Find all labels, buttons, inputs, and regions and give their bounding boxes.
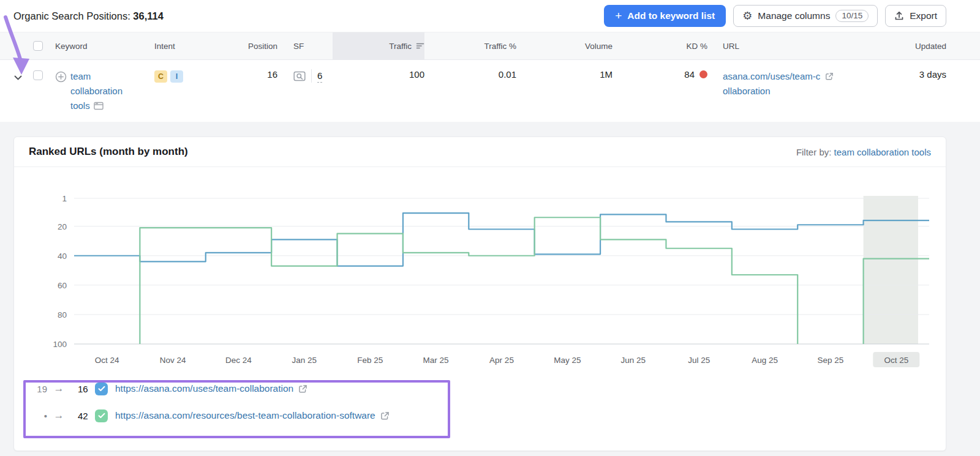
add-to-keyword-list-button[interactable]: + Add to keyword list [604, 5, 726, 27]
ranked-urls-panel: Ranked URLs (month by month) Filter by: … [13, 136, 946, 451]
svg-text:Jun 25: Jun 25 [620, 356, 646, 365]
sort-descending-icon [416, 42, 424, 50]
svg-text:40: 40 [58, 252, 67, 261]
row-url-line2: ollaboration [723, 86, 771, 96]
snippet-icon[interactable] [94, 102, 104, 110]
series-checkbox-green[interactable] [95, 409, 108, 422]
chart-legend: 19 → 16 https://asana.com/uses/team-coll… [14, 373, 946, 429]
updated-cell: 3 days [879, 69, 946, 80]
row-url-link[interactable]: asana.com/uses/team-c [723, 71, 820, 81]
svg-text:Mar 25: Mar 25 [423, 356, 449, 365]
page: Organic Search Positions: 36,114 + Add t… [0, 0, 980, 456]
arrow-right-icon: → [47, 383, 70, 395]
kd-cell: 84 [612, 69, 707, 80]
external-link-icon[interactable] [298, 384, 307, 394]
legend-url-link[interactable]: https://asana.com/resources/best-team-co… [115, 410, 375, 421]
column-header-url[interactable]: URL [707, 42, 879, 51]
expander-cell [13, 69, 29, 81]
check-icon [98, 386, 105, 392]
intent-badge-commercial: C [154, 70, 167, 83]
row-url-line1: asana.com/uses/team-c [723, 71, 820, 81]
volume-cell: 1M [516, 69, 612, 80]
export-button[interactable]: Export [885, 5, 946, 27]
table-row: team collaboration tools C I 16 [0, 60, 980, 122]
panel-title: Ranked URLs (month by month) [29, 146, 188, 158]
column-header-traffic[interactable]: Traffic [333, 32, 424, 59]
traffic-cell: 100 [333, 69, 424, 80]
sf-value[interactable]: 6 [317, 69, 322, 83]
kd-value: 84 [684, 69, 695, 80]
svg-text:May 25: May 25 [554, 356, 581, 365]
sf-cell: 6 [277, 69, 333, 83]
current-position: 16 [70, 384, 95, 394]
intent-badge-informational: I [170, 70, 183, 83]
keyword-cell: team collaboration tools [48, 69, 146, 113]
panel-header: Ranked URLs (month by month) Filter by: … [14, 137, 946, 167]
traffic-header-label: Traffic [389, 42, 412, 51]
svg-text:1: 1 [62, 194, 67, 203]
svg-text:20: 20 [58, 222, 67, 231]
arrow-right-icon: → [47, 409, 70, 422]
select-all-checkbox[interactable] [33, 41, 43, 51]
keyword-link[interactable]: team collaboration tools [70, 69, 139, 113]
divider [311, 69, 312, 83]
check-icon [98, 413, 105, 419]
filter-by-label: Filter by: [796, 147, 832, 157]
column-header-kd[interactable]: KD % [612, 42, 707, 51]
row-url-link-wrap[interactable]: ollaboration [723, 86, 771, 96]
select-all-cell [29, 41, 48, 51]
column-header-position[interactable]: Position [213, 42, 277, 51]
external-link-icon[interactable] [825, 72, 834, 81]
page-title-count: 36,114 [133, 10, 164, 21]
table-header-row: Keyword Intent Position SF Traffic Traff… [0, 32, 980, 60]
column-header-volume[interactable]: Volume [516, 42, 612, 51]
page-title-label: Organic Search Positions: [13, 10, 130, 21]
svg-text:Sep 25: Sep 25 [818, 356, 844, 365]
svg-text:Dec 24: Dec 24 [225, 356, 252, 365]
series-checkbox-blue[interactable] [95, 383, 108, 395]
add-to-keyword-list-label: Add to keyword list [627, 10, 715, 21]
serp-preview-icon[interactable] [293, 71, 306, 81]
page-title: Organic Search Positions: 36,114 [13, 10, 164, 22]
intent-cell: C I [146, 69, 213, 83]
row-checkbox[interactable] [33, 70, 43, 80]
titlebar: Organic Search Positions: 36,114 + Add t… [0, 0, 980, 32]
organic-positions-section: Organic Search Positions: 36,114 + Add t… [0, 0, 980, 122]
svg-text:60: 60 [58, 281, 67, 290]
svg-text:Oct 24: Oct 24 [95, 356, 119, 365]
export-icon [894, 11, 904, 21]
export-label: Export [910, 10, 937, 21]
title-actions: + Add to keyword list ⚙ Manage columns 1… [604, 5, 946, 27]
svg-text:Feb 25: Feb 25 [357, 356, 383, 365]
svg-text:Aug 25: Aug 25 [752, 356, 778, 365]
svg-text:Nov 24: Nov 24 [160, 356, 186, 365]
filter-by: Filter by: team collaboration tools [796, 147, 931, 157]
gear-icon: ⚙ [742, 10, 752, 21]
current-position: 42 [70, 411, 95, 421]
ranked-urls-chart: 120406080100Oct 24Nov 24Dec 24Jan 25Feb … [28, 171, 933, 373]
legend-url-link[interactable]: https://asana.com/uses/team-collaboratio… [115, 383, 293, 394]
column-header-traffic-pct[interactable]: Traffic % [424, 42, 516, 51]
url-cell: asana.com/uses/team-c ollaboration [707, 69, 879, 99]
column-header-intent[interactable]: Intent [146, 42, 213, 51]
plus-icon: + [615, 10, 622, 21]
collapse-chevron-icon[interactable] [13, 75, 23, 81]
column-header-sf[interactable]: SF [277, 42, 333, 51]
traffic-pct-cell: 0.01 [424, 69, 516, 80]
external-link-icon[interactable] [380, 411, 390, 420]
kd-difficulty-dot [699, 70, 707, 78]
legend-row: 19 → 16 https://asana.com/uses/team-coll… [31, 375, 946, 402]
position-cell: 16 [213, 69, 277, 80]
column-header-keyword[interactable]: Keyword [48, 42, 146, 51]
svg-text:Jan 25: Jan 25 [292, 356, 317, 365]
filter-by-value-link[interactable]: team collaboration tools [834, 147, 931, 157]
add-keyword-plus-icon[interactable] [55, 71, 67, 83]
previous-position: • [31, 411, 47, 421]
svg-text:Jul 25: Jul 25 [688, 356, 710, 365]
manage-columns-button[interactable]: ⚙ Manage columns 10/15 [733, 5, 878, 27]
svg-text:Oct 25: Oct 25 [884, 356, 908, 365]
legend-row: • → 42 https://asana.com/resources/best-… [31, 402, 946, 429]
row-checkbox-cell [29, 69, 48, 80]
svg-text:100: 100 [53, 340, 67, 349]
column-header-updated[interactable]: Updated [879, 42, 946, 51]
